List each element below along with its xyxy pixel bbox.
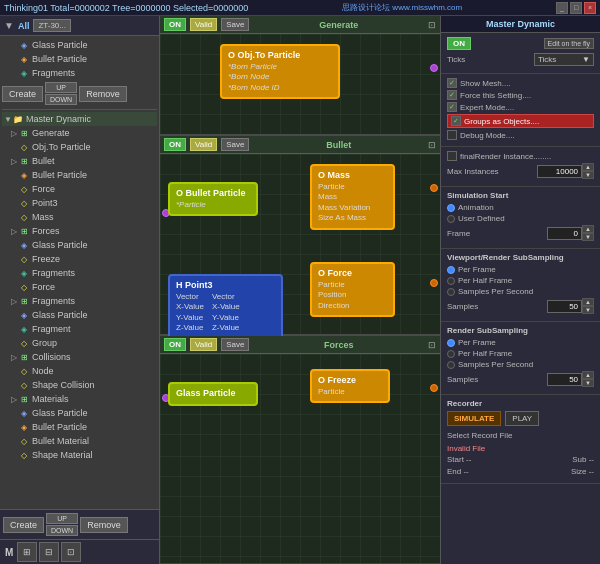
animation-radio[interactable]: [447, 204, 455, 212]
tree-item-glass-particle-top[interactable]: ◈ Glass Particle: [2, 38, 157, 52]
expert-mode-checkbox[interactable]: [447, 102, 457, 112]
tree-item-obj-to-particle[interactable]: ◇ Obj.To Particle: [2, 140, 157, 154]
tree-item-force2[interactable]: ◇ Force: [2, 280, 157, 294]
tree-item-node[interactable]: ◇ Node: [2, 364, 157, 378]
tree-item-bullet-material[interactable]: ◇ Bullet Material: [2, 434, 157, 448]
user-defined-label: User Defined: [458, 214, 505, 223]
tree-item-fragments-group[interactable]: ▷ ⊞ Fragments: [2, 294, 157, 308]
frame-up[interactable]: ▲: [582, 225, 594, 233]
up-button-bottom[interactable]: UP: [46, 513, 78, 524]
bullet-valid-button[interactable]: Valid: [190, 138, 217, 151]
simulate-button[interactable]: SIMULATE: [447, 411, 501, 426]
ticks-value: Ticks: [538, 55, 556, 64]
tree-item-freeze[interactable]: ◇ Freeze: [2, 252, 157, 266]
tree-item-master-dynamic[interactable]: ▼ 📁 Master Dynamic: [2, 112, 157, 126]
max-instances-down[interactable]: ▼: [582, 171, 594, 179]
section-expand-icon: ⊡: [428, 140, 436, 150]
tree-item-glass-particle-forces[interactable]: ◈ Glass Particle: [2, 238, 157, 252]
tree-item-label: Bullet: [32, 156, 55, 166]
render-samples-up[interactable]: ▲: [582, 371, 594, 379]
particle-icon: ◈: [18, 39, 30, 51]
down-button-top[interactable]: DOWN: [45, 94, 77, 105]
create-button-bottom[interactable]: Create: [3, 517, 44, 533]
tree-item-bullet-particle[interactable]: ◈ Bullet Particle: [2, 168, 157, 182]
node-mass[interactable]: O Mass Particle Mass Mass Variation Size…: [310, 164, 395, 230]
groups-checkbox[interactable]: [451, 116, 461, 126]
tree-item-bullet[interactable]: ▷ ⊞ Bullet: [2, 154, 157, 168]
tree-item-shape-material[interactable]: ◇ Shape Material: [2, 448, 157, 462]
node-port: Particle: [318, 387, 382, 397]
ticks-dropdown[interactable]: Ticks ▼: [534, 53, 594, 66]
per-half-radio[interactable]: [447, 277, 455, 285]
remove-button-bottom[interactable]: Remove: [80, 517, 128, 533]
render-samples-label: Samples Per Second: [458, 360, 533, 369]
generate-on-button[interactable]: ON: [164, 18, 186, 31]
tree-item-glass-frag[interactable]: ◈ Glass Particle: [2, 308, 157, 322]
samples-up[interactable]: ▲: [582, 298, 594, 306]
render-per-frame-radio[interactable]: [447, 339, 455, 347]
icon-btn-3[interactable]: ⊡: [61, 542, 81, 562]
tree-item-fragments-top[interactable]: ◈ Fragments: [2, 66, 157, 80]
debug-mode-checkbox[interactable]: [447, 130, 457, 140]
filter-button[interactable]: ZT-30...: [33, 19, 71, 32]
bullet-save-button[interactable]: Save: [221, 138, 249, 151]
tree-item-bullet-mat[interactable]: ◈ Bullet Particle: [2, 420, 157, 434]
play-button[interactable]: PLAY: [505, 411, 539, 426]
edit-fly-button[interactable]: Edit on the fly: [544, 38, 594, 49]
render-samples-radio[interactable]: [447, 361, 455, 369]
tree-item-fragments-forces[interactable]: ◈ Fragments: [2, 266, 157, 280]
node-port: Z-Value: [212, 323, 240, 333]
tree-item-fragment[interactable]: ◈ Fragment: [2, 322, 157, 336]
forces-valid-button[interactable]: Valid: [190, 338, 217, 351]
close-button[interactable]: ×: [584, 2, 596, 14]
tree-item-mass[interactable]: ◇ Mass: [2, 210, 157, 224]
down-button-bottom[interactable]: DOWN: [46, 525, 78, 536]
render-samples-input[interactable]: [547, 373, 582, 386]
final-render-checkbox[interactable]: [447, 151, 457, 161]
tree-item-label: Glass Particle: [32, 310, 88, 320]
tree-item-bullet-particle-top[interactable]: ◈ Bullet Particle: [2, 52, 157, 66]
node-obj-to-particle[interactable]: O Obj.To Particle *Born Particle *Born N…: [220, 44, 340, 99]
node-force[interactable]: O Force Particle Position Direction: [310, 262, 395, 317]
minimize-button[interactable]: _: [556, 2, 568, 14]
node-title: Glass Particle: [176, 388, 250, 398]
tree-item-shape-collision[interactable]: ◇ Shape Collision: [2, 378, 157, 392]
render-samples-down[interactable]: ▼: [582, 379, 594, 387]
icon-btn-2[interactable]: ⊟: [39, 542, 59, 562]
generate-valid-button[interactable]: Valid: [190, 18, 217, 31]
node-point3[interactable]: H Point3 Vector X-Value Y-Value Z-Value …: [168, 274, 283, 340]
samples-down[interactable]: ▼: [582, 306, 594, 314]
tree-item-generate[interactable]: ▷ ⊞ Generate: [2, 126, 157, 140]
bullet-on-button[interactable]: ON: [164, 138, 186, 151]
tree-item-force1[interactable]: ◇ Force: [2, 182, 157, 196]
node-freeze[interactable]: O Freeze Particle: [310, 369, 390, 403]
forces-on-button[interactable]: ON: [164, 338, 186, 351]
master-on-button[interactable]: ON: [447, 37, 471, 50]
node-glass-particle[interactable]: Glass Particle: [168, 382, 258, 406]
forces-save-button[interactable]: Save: [221, 338, 249, 351]
samples-per-sec-radio[interactable]: [447, 288, 455, 296]
tree-item-glass-mat[interactable]: ◈ Glass Particle: [2, 406, 157, 420]
tree-item-group[interactable]: ◇ Group: [2, 336, 157, 350]
force-setting-checkbox[interactable]: [447, 90, 457, 100]
node-bullet-particle[interactable]: O Bullet Particle *Particle: [168, 182, 258, 216]
user-defined-radio[interactable]: [447, 215, 455, 223]
tree-item-collisions[interactable]: ▷ ⊞ Collisions: [2, 350, 157, 364]
samples-input[interactable]: [547, 300, 582, 313]
tree-item-forces[interactable]: ▷ ⊞ Forces: [2, 224, 157, 238]
maximize-button[interactable]: □: [570, 2, 582, 14]
tree-item-point3[interactable]: ◇ Point3: [2, 196, 157, 210]
tree-item-materials[interactable]: ▷ ⊞ Materials: [2, 392, 157, 406]
max-instances-up[interactable]: ▲: [582, 163, 594, 171]
frame-input[interactable]: [547, 227, 582, 240]
per-frame-radio[interactable]: [447, 266, 455, 274]
up-button-top[interactable]: UP: [45, 82, 77, 93]
render-per-half-radio[interactable]: [447, 350, 455, 358]
max-instances-input[interactable]: [537, 165, 582, 178]
show-mesh-checkbox[interactable]: [447, 78, 457, 88]
remove-button-top[interactable]: Remove: [79, 86, 127, 102]
frame-down[interactable]: ▼: [582, 233, 594, 241]
create-button-top[interactable]: Create: [2, 86, 43, 102]
icon-btn-1[interactable]: ⊞: [17, 542, 37, 562]
generate-save-button[interactable]: Save: [221, 18, 249, 31]
